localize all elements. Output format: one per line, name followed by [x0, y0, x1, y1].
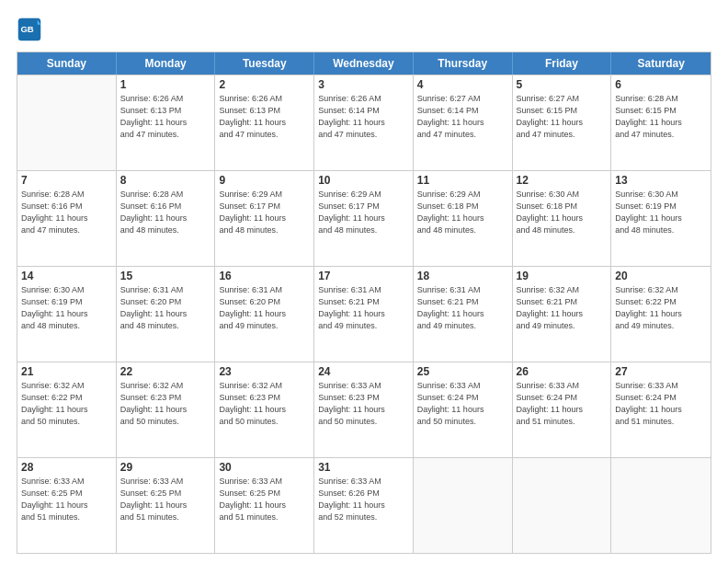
- day-header-friday: Friday: [513, 52, 612, 75]
- day-cell-13: 13Sunrise: 6:30 AM Sunset: 6:19 PM Dayli…: [611, 171, 711, 266]
- day-cell-22: 22Sunrise: 6:32 AM Sunset: 6:23 PM Dayli…: [117, 362, 216, 457]
- day-info: Sunrise: 6:28 AM Sunset: 6:16 PM Dayligh…: [21, 189, 112, 236]
- day-cell-21: 21Sunrise: 6:32 AM Sunset: 6:22 PM Dayli…: [17, 362, 117, 457]
- day-cell-5: 5Sunrise: 6:27 AM Sunset: 6:15 PM Daylig…: [513, 75, 612, 170]
- empty-cell: [17, 75, 117, 170]
- day-cell-24: 24Sunrise: 6:33 AM Sunset: 6:23 PM Dayli…: [314, 362, 414, 457]
- day-number: 30: [219, 461, 310, 474]
- day-cell-25: 25Sunrise: 6:33 AM Sunset: 6:24 PM Dayli…: [414, 362, 513, 457]
- day-cell-4: 4Sunrise: 6:27 AM Sunset: 6:14 PM Daylig…: [414, 75, 513, 170]
- day-cell-12: 12Sunrise: 6:30 AM Sunset: 6:18 PM Dayli…: [513, 171, 612, 266]
- day-cell-11: 11Sunrise: 6:29 AM Sunset: 6:18 PM Dayli…: [414, 171, 513, 266]
- day-info: Sunrise: 6:33 AM Sunset: 6:24 PM Dayligh…: [417, 380, 508, 428]
- day-header-wednesday: Wednesday: [314, 52, 414, 75]
- day-info: Sunrise: 6:33 AM Sunset: 6:23 PM Dayligh…: [318, 380, 409, 428]
- calendar-week-4: 21Sunrise: 6:32 AM Sunset: 6:22 PM Dayli…: [17, 362, 711, 457]
- day-number: 10: [318, 174, 409, 187]
- day-header-sunday: Sunday: [17, 52, 117, 75]
- day-header-thursday: Thursday: [414, 52, 513, 75]
- day-number: 11: [417, 174, 508, 187]
- day-cell-29: 29Sunrise: 6:33 AM Sunset: 6:25 PM Dayli…: [117, 458, 216, 553]
- day-info: Sunrise: 6:29 AM Sunset: 6:17 PM Dayligh…: [219, 189, 310, 236]
- day-number: 21: [21, 365, 112, 378]
- day-number: 16: [219, 270, 310, 282]
- day-number: 29: [120, 461, 211, 474]
- day-info: Sunrise: 6:26 AM Sunset: 6:13 PM Dayligh…: [120, 93, 211, 141]
- day-info: Sunrise: 6:31 AM Sunset: 6:20 PM Dayligh…: [120, 284, 211, 332]
- day-cell-3: 3Sunrise: 6:26 AM Sunset: 6:14 PM Daylig…: [314, 75, 414, 170]
- day-info: Sunrise: 6:28 AM Sunset: 6:16 PM Dayligh…: [120, 189, 211, 236]
- day-cell-20: 20Sunrise: 6:32 AM Sunset: 6:22 PM Dayli…: [611, 267, 711, 362]
- logo: GB: [17, 17, 46, 42]
- day-number: 24: [318, 365, 409, 378]
- day-number: 13: [615, 174, 707, 187]
- day-cell-31: 31Sunrise: 6:33 AM Sunset: 6:26 PM Dayli…: [314, 458, 414, 553]
- day-number: 20: [615, 270, 707, 282]
- day-number: 9: [219, 174, 310, 187]
- day-info: Sunrise: 6:31 AM Sunset: 6:21 PM Dayligh…: [318, 284, 409, 332]
- day-cell-26: 26Sunrise: 6:33 AM Sunset: 6:24 PM Dayli…: [513, 362, 612, 457]
- day-info: Sunrise: 6:29 AM Sunset: 6:17 PM Dayligh…: [318, 189, 409, 236]
- day-cell-17: 17Sunrise: 6:31 AM Sunset: 6:21 PM Dayli…: [314, 267, 414, 362]
- calendar-body: 1Sunrise: 6:26 AM Sunset: 6:13 PM Daylig…: [17, 75, 711, 553]
- calendar-week-3: 14Sunrise: 6:30 AM Sunset: 6:19 PM Dayli…: [17, 266, 711, 362]
- day-info: Sunrise: 6:30 AM Sunset: 6:19 PM Dayligh…: [615, 189, 707, 236]
- day-number: 27: [615, 365, 707, 378]
- calendar-week-2: 7Sunrise: 6:28 AM Sunset: 6:16 PM Daylig…: [17, 170, 711, 266]
- day-info: Sunrise: 6:30 AM Sunset: 6:18 PM Dayligh…: [517, 189, 608, 236]
- day-info: Sunrise: 6:33 AM Sunset: 6:25 PM Dayligh…: [120, 476, 211, 523]
- day-cell-14: 14Sunrise: 6:30 AM Sunset: 6:19 PM Dayli…: [17, 267, 117, 362]
- day-cell-8: 8Sunrise: 6:28 AM Sunset: 6:16 PM Daylig…: [117, 171, 216, 266]
- day-info: Sunrise: 6:30 AM Sunset: 6:19 PM Dayligh…: [21, 284, 112, 332]
- day-info: Sunrise: 6:31 AM Sunset: 6:20 PM Dayligh…: [219, 284, 310, 332]
- day-cell-23: 23Sunrise: 6:32 AM Sunset: 6:23 PM Dayli…: [215, 362, 314, 457]
- day-number: 18: [417, 270, 508, 282]
- day-info: Sunrise: 6:32 AM Sunset: 6:23 PM Dayligh…: [219, 380, 310, 428]
- calendar-header-row: SundayMondayTuesdayWednesdayThursdayFrid…: [17, 52, 711, 75]
- day-info: Sunrise: 6:33 AM Sunset: 6:26 PM Dayligh…: [318, 476, 409, 523]
- day-number: 19: [517, 270, 608, 282]
- day-header-saturday: Saturday: [611, 52, 711, 75]
- day-cell-6: 6Sunrise: 6:28 AM Sunset: 6:15 PM Daylig…: [611, 75, 711, 170]
- day-header-monday: Monday: [117, 52, 216, 75]
- day-cell-27: 27Sunrise: 6:33 AM Sunset: 6:24 PM Dayli…: [611, 362, 711, 457]
- day-cell-10: 10Sunrise: 6:29 AM Sunset: 6:17 PM Dayli…: [314, 171, 414, 266]
- day-cell-30: 30Sunrise: 6:33 AM Sunset: 6:25 PM Dayli…: [215, 458, 314, 553]
- day-number: 26: [517, 365, 608, 378]
- calendar: SundayMondayTuesdayWednesdayThursdayFrid…: [17, 52, 711, 554]
- day-info: Sunrise: 6:26 AM Sunset: 6:13 PM Dayligh…: [219, 93, 310, 141]
- day-number: 15: [120, 270, 211, 282]
- day-info: Sunrise: 6:33 AM Sunset: 6:25 PM Dayligh…: [21, 476, 112, 523]
- day-cell-19: 19Sunrise: 6:32 AM Sunset: 6:21 PM Dayli…: [513, 267, 612, 362]
- day-info: Sunrise: 6:32 AM Sunset: 6:22 PM Dayligh…: [615, 284, 707, 332]
- day-cell-16: 16Sunrise: 6:31 AM Sunset: 6:20 PM Dayli…: [215, 267, 314, 362]
- day-info: Sunrise: 6:33 AM Sunset: 6:25 PM Dayligh…: [219, 476, 310, 523]
- day-info: Sunrise: 6:32 AM Sunset: 6:21 PM Dayligh…: [517, 284, 608, 332]
- calendar-week-1: 1Sunrise: 6:26 AM Sunset: 6:13 PM Daylig…: [17, 75, 711, 170]
- day-info: Sunrise: 6:31 AM Sunset: 6:21 PM Dayligh…: [417, 284, 508, 332]
- day-cell-1: 1Sunrise: 6:26 AM Sunset: 6:13 PM Daylig…: [117, 75, 216, 170]
- day-header-tuesday: Tuesday: [215, 52, 314, 75]
- day-cell-7: 7Sunrise: 6:28 AM Sunset: 6:16 PM Daylig…: [17, 171, 117, 266]
- day-info: Sunrise: 6:33 AM Sunset: 6:24 PM Dayligh…: [517, 380, 608, 428]
- svg-text:GB: GB: [20, 24, 33, 34]
- day-info: Sunrise: 6:33 AM Sunset: 6:24 PM Dayligh…: [615, 380, 707, 428]
- day-number: 3: [318, 78, 409, 91]
- empty-cell: [611, 458, 711, 553]
- day-number: 22: [120, 365, 211, 378]
- day-number: 8: [120, 174, 211, 187]
- day-number: 5: [517, 78, 608, 91]
- day-info: Sunrise: 6:29 AM Sunset: 6:18 PM Dayligh…: [417, 189, 508, 236]
- calendar-week-5: 28Sunrise: 6:33 AM Sunset: 6:25 PM Dayli…: [17, 457, 711, 553]
- day-number: 12: [517, 174, 608, 187]
- day-number: 23: [219, 365, 310, 378]
- day-cell-15: 15Sunrise: 6:31 AM Sunset: 6:20 PM Dayli…: [117, 267, 216, 362]
- day-number: 7: [21, 174, 112, 187]
- day-info: Sunrise: 6:27 AM Sunset: 6:15 PM Dayligh…: [517, 93, 608, 141]
- day-info: Sunrise: 6:27 AM Sunset: 6:14 PM Dayligh…: [417, 93, 508, 141]
- page: GB SundayMondayTuesdayWednesdayThursdayF…: [0, 0, 728, 563]
- day-info: Sunrise: 6:32 AM Sunset: 6:23 PM Dayligh…: [120, 380, 211, 428]
- day-number: 14: [21, 270, 112, 282]
- day-cell-18: 18Sunrise: 6:31 AM Sunset: 6:21 PM Dayli…: [414, 267, 513, 362]
- header: GB: [17, 17, 711, 42]
